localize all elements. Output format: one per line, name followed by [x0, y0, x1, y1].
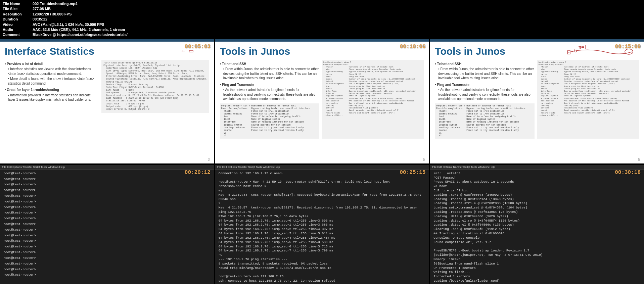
video-value: AVC (Main@L3.1), 1 026 kb/s, 30.000 FPS [33, 22, 104, 27]
slide-num-2: 5 [423, 158, 425, 161]
terminal-prompt-line: root@test-router> [3, 256, 211, 261]
slide-num-1: 3 [208, 158, 210, 161]
video-label: Video [3, 22, 30, 27]
terminal-prompt-line: root@test-router> [3, 200, 211, 204]
ping-completions-3: ben@test-router> ping ? Possible complet… [537, 60, 639, 139]
slide-num-3: 5 [638, 158, 640, 161]
bullet-ping-3: • As the network administrator's longtim… [438, 88, 534, 101]
thumbnail-6[interactable]: 00:30:18 File Edit Options Transfer Scri… [430, 165, 644, 284]
thumbnail-1[interactable]: 00:05:03 Interface Statistics ← ▭ • Prov… [0, 39, 214, 163]
thumbnail-grid: 00:05:03 Interface Statistics ← ▭ • Prov… [0, 39, 644, 284]
resolution-label: Resolution [3, 12, 30, 17]
terminal-prompt-line: root@test-router> [3, 205, 211, 210]
thumbnail-2[interactable]: 00:10:06 Tools in Junos • Telnet and SSH… [215, 39, 429, 163]
timestamp-5: 00:25:15 [400, 170, 426, 176]
comment-label: Comment [3, 32, 30, 37]
heading-layer1: • Great for layer 1 troubleshooting [5, 88, 99, 92]
ssh-completions-keys-3: ben@test-router> ssh ? Possible completi… [436, 105, 465, 138]
audio-label: Audio [3, 27, 30, 32]
terminal-prompt-line: root@test-router> [3, 250, 211, 255]
terminal-prompt-line: root@test-router> [3, 273, 211, 277]
timestamp-4: 00:20:12 [185, 170, 211, 176]
terminal-prompt-line: root@test-router> [3, 262, 211, 266]
file-info-header: File Name:002 Troubleshooting.mp4 File S… [0, 0, 644, 39]
file-size-value: 277.08 MB [33, 6, 51, 11]
comment-value: BlackDove @ https://sanet.st/blogs/exclu… [33, 32, 128, 37]
terminal-prompt-line: root@test-router> [3, 234, 211, 238]
timestamp-3: 00:15:09 [615, 44, 641, 50]
terminal-toolbar-6[interactable]: File Edit Options Transfer Script Tools … [430, 165, 644, 170]
slide-code-1: root> show interfaces ge-0/0/0 statistic… [101, 60, 209, 113]
slide-title-2: Tools in Junos [220, 46, 424, 57]
heading-detail: • Provides a lot of detail [5, 62, 99, 66]
heading-ping: • Ping and Traceroute [220, 83, 319, 87]
heading-ping-3: • Ping and Traceroute [435, 83, 534, 87]
bullet-1: • Interface statistics are viewed with t… [8, 67, 99, 76]
thumbnail-4[interactable]: 00:20:12 File Edit Options Transfer Scri… [0, 165, 214, 284]
thumbnail-5[interactable]: 00:25:15 File Edit Options Transfer Scri… [215, 165, 429, 284]
slide-title-1: Interface Statistics [5, 46, 209, 57]
bullet-telnet: • From within Junos, the administrator i… [223, 67, 319, 81]
timestamp-1: 00:05:03 [185, 44, 211, 50]
duration-label: Duration [3, 17, 30, 22]
bullet-3: • Information provided in interface stat… [8, 93, 99, 102]
slide-title-3: Tools in Junos [435, 46, 639, 57]
resolution-value: 1280x720 / 30.000 FPS [33, 12, 72, 17]
bullet-ping: • As the network administrator's longtim… [223, 88, 319, 101]
terminal-prompt-line: root@test-router> [3, 268, 211, 272]
terminal-prompt-line: root@test-router> [3, 194, 211, 198]
terminal-prompt-line: root@test-router> [3, 177, 211, 182]
heading-telnet-3: • Telnet and SSH [435, 62, 534, 66]
terminal-prompt-line: root@test-router> [3, 228, 211, 232]
audio-value: AAC, 62.8 kb/s (CBR), 44.1 kHz, 2 channe… [33, 27, 125, 32]
ssh-completions-desc: Hostname or address of remote host Bypas… [251, 105, 310, 138]
terminal-prompt-line: root@test-router> [3, 222, 211, 227]
terminal-prompt-line: root@test-router> [3, 188, 211, 193]
timestamp-2: 00:10:06 [400, 44, 426, 50]
file-name-label: File Name [3, 1, 30, 6]
terminal-prompt-line: root@test-router> [3, 245, 211, 249]
file-size-label: File Size [3, 6, 30, 11]
ssh-completions-desc-3: Hostname or address of remote host Bypas… [466, 105, 525, 138]
terminal-prompt-line: root@test-router> [3, 211, 211, 215]
ssh-completions-keys: ben@test-router> ssh ? Possible completi… [221, 105, 250, 138]
terminal-toolbar-4[interactable]: File Edit Options Transfer Script Tools … [0, 165, 214, 170]
terminal-prompt-line: root@test-router> [3, 239, 211, 243]
file-name-value: 002 Troubleshooting.mp4 [33, 1, 77, 6]
terminal-body-5[interactable]: Connection to 192.168.2.75 closed. root@… [215, 170, 429, 284]
terminal-prompt-line: root@test-router> [3, 183, 211, 187]
bullet-telnet-3: • From within Junos, the administrator i… [438, 67, 534, 81]
ping-completions: ben@test-router> ping ? Possible complet… [322, 60, 424, 139]
terminal-body-4[interactable]: root@test-router>root@test-router>root@t… [0, 170, 214, 284]
terminal-toolbar-5[interactable]: File Edit Options Transfer Script Tools … [215, 165, 429, 170]
bullet-2: • More detail is found with the show int… [8, 77, 99, 86]
terminal-prompt-line: root@test-router> [3, 217, 211, 221]
terminal-prompt-line: root@test-router> [3, 172, 211, 176]
terminal-body-6[interactable]: Net: octeth0 POST Passed Press SPACE to … [430, 170, 644, 284]
timestamp-6: 00:30:18 [615, 170, 641, 176]
duration-value: 00:35:22 [33, 17, 47, 22]
thumbnail-3[interactable]: 00:15:09 Tools in Junos π=1 6 • Telnet a… [430, 39, 644, 163]
heading-telnet: • Telnet and SSH [220, 62, 319, 66]
